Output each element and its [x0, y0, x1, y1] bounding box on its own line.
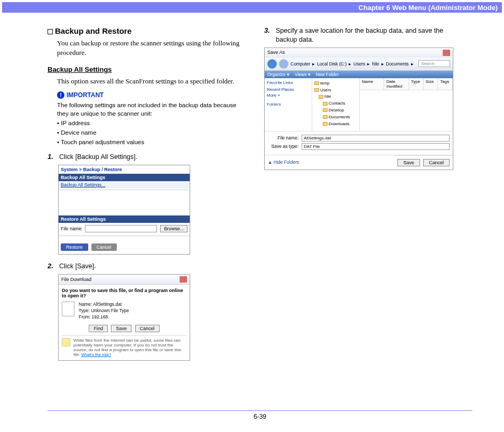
- folders-label[interactable]: Folders: [267, 102, 310, 107]
- savetype-row: Save as type: DAT File: [268, 143, 450, 150]
- important-bullet: • Touch panel adjustment values: [57, 138, 243, 146]
- sub-text: This option saves all the ScanFront sett…: [57, 77, 243, 86]
- screenshot-save-as: Save As Computer ▸ Local Disk (C:) ▸ Use…: [264, 48, 453, 170]
- new-folder-button[interactable]: New Folder: [316, 72, 339, 77]
- screenshot-backup-page: System > Backup / Restore Backup All Set…: [58, 165, 190, 255]
- tree-item[interactable]: Downloads: [314, 121, 357, 128]
- cancel-button[interactable]: Cancel: [423, 159, 450, 166]
- col-header[interactable]: Size: [424, 78, 438, 90]
- views-menu[interactable]: Views ▾: [295, 72, 311, 77]
- savetype-select[interactable]: DAT File: [302, 143, 450, 150]
- dialog-actions: Find Save Cancel: [62, 325, 186, 332]
- folder-icon: [323, 102, 328, 106]
- path-segment[interactable]: Computer: [291, 61, 310, 67]
- close-icon[interactable]: [443, 50, 450, 56]
- step-text: Click [Save].: [59, 262, 96, 271]
- path-segment[interactable]: Documents: [386, 61, 409, 67]
- file-meta: Name: AllSettings.dat Type: Unknown File…: [79, 302, 129, 321]
- path-segment[interactable]: Users: [353, 61, 365, 67]
- hide-folders-link[interactable]: ▲ Hide Folders: [265, 156, 302, 168]
- tree-item[interactable]: Contacts: [314, 100, 357, 107]
- important-intro: The following settings are not included …: [57, 101, 243, 118]
- path-segment[interactable]: hile: [372, 61, 379, 67]
- browse-button[interactable]: Browse...: [160, 225, 188, 232]
- forward-icon[interactable]: [279, 59, 288, 69]
- filename-row: File name: AllSettings.dat: [268, 135, 450, 142]
- important-text: The following settings are not included …: [57, 101, 243, 146]
- risk-link[interactable]: What's the risk?: [81, 352, 111, 357]
- important-bullet: • IP address: [57, 119, 243, 127]
- step-3: 3. Specify a save location for the backu…: [264, 26, 460, 44]
- address-bar: Computer ▸ Local Disk (C:) ▸ Users ▸ hil…: [265, 58, 453, 71]
- dialog-main: Favorite Links Recent Places More » Fold…: [265, 78, 453, 131]
- important-icon: !: [57, 91, 64, 99]
- breadcrumb: System > Backup / Restore: [59, 165, 190, 174]
- left-column: Backup and Restore You can backup or res…: [48, 26, 243, 368]
- important-label-text: IMPORTANT: [67, 91, 104, 99]
- section-heading: Backup and Restore: [48, 26, 243, 35]
- tree-item[interactable]: Users: [314, 87, 357, 94]
- backup-link[interactable]: Backup All Settings...: [59, 181, 190, 189]
- button-row: Restore Cancel: [59, 240, 190, 254]
- back-icon[interactable]: [267, 59, 277, 69]
- save-button[interactable]: Save: [397, 159, 420, 166]
- chapter-header: Chapter 6 Web Menu (Administrator Mode): [2, 2, 502, 13]
- filename-row: File name Browse...: [59, 223, 190, 234]
- folder-icon: [323, 108, 328, 112]
- search-input[interactable]: Search: [418, 60, 450, 67]
- favorite-link[interactable]: Recent Places: [267, 87, 310, 92]
- folder-icon: [323, 122, 328, 126]
- page-content: Backup and Restore You can backup or res…: [48, 26, 472, 368]
- dialog-titlebar: File Download: [59, 275, 190, 285]
- find-button[interactable]: Find: [89, 325, 108, 332]
- save-fields: File name: AllSettings.dat Save as type:…: [265, 131, 453, 155]
- folder-icon: [314, 81, 319, 85]
- save-button[interactable]: Save: [111, 325, 132, 332]
- list-header: Name Date modified Type Size Tags: [360, 78, 453, 90]
- folder-icon: [323, 115, 328, 119]
- col-header[interactable]: Name: [360, 78, 384, 90]
- right-column: 3. Specify a save location for the backu…: [264, 26, 460, 368]
- folder-icon: [319, 95, 323, 99]
- filename-input[interactable]: [85, 225, 157, 232]
- filename-label: File name:: [268, 135, 298, 140]
- col-header[interactable]: Tags: [438, 78, 453, 90]
- cancel-button[interactable]: Cancel: [135, 325, 160, 332]
- path-segment[interactable]: Local Disk (C:): [317, 61, 347, 67]
- dialog-titlebar: Save As: [265, 48, 453, 58]
- dialog-footer: While files from the Internet can be use…: [62, 335, 186, 357]
- restore-button[interactable]: Restore: [61, 243, 88, 251]
- organize-menu[interactable]: Organize ▾: [267, 72, 290, 77]
- tree-item[interactable]: Documents: [314, 114, 357, 121]
- col-header[interactable]: Date modified: [384, 78, 408, 90]
- tree-item[interactable]: Desktop: [314, 107, 357, 114]
- chapter-title: Chapter 6 Web Menu (Administrator Mode): [359, 4, 498, 12]
- dialog-title: File Download: [61, 277, 91, 282]
- file-icon: [62, 302, 74, 316]
- sub-heading: Backup All Settings: [48, 65, 243, 73]
- folder-icon: [314, 88, 319, 92]
- dialog-question: Do you want to save this file, or find a…: [62, 288, 186, 298]
- col-header[interactable]: Type: [409, 78, 424, 90]
- dialog-title: Save As: [267, 50, 285, 56]
- folder-tree: temp Users hile Contacts Desktop Documen…: [312, 78, 360, 131]
- important-block: ! IMPORTANT The following settings are n…: [57, 91, 243, 146]
- screenshot-file-download: File Download Do you want to save this f…: [58, 274, 190, 361]
- filename-input[interactable]: AllSettings.dat: [302, 135, 450, 142]
- panel-header: Restore All Settings: [59, 215, 190, 223]
- page-number: 6-39: [254, 413, 266, 420]
- tree-item[interactable]: hile: [314, 93, 357, 100]
- bullet-square-icon: [48, 29, 53, 34]
- shield-icon: [62, 338, 70, 346]
- tree-item[interactable]: temp: [314, 80, 357, 87]
- toolbar: Organize ▾ Views ▾ New Folder: [265, 71, 453, 78]
- important-label: ! IMPORTANT: [57, 91, 243, 99]
- page-footer: 6-39: [48, 410, 472, 420]
- file-area: temp Users hile Contacts Desktop Documen…: [312, 78, 453, 131]
- step-1: 1. Click [Backup All Settings].: [48, 153, 243, 162]
- cancel-button[interactable]: Cancel: [91, 243, 117, 251]
- close-icon[interactable]: [180, 276, 187, 283]
- dialog-bottom: ▲ Hide Folders Save Cancel: [265, 155, 453, 170]
- favorites-title: Favorite Links: [267, 80, 310, 85]
- favorite-link[interactable]: More »: [267, 93, 310, 98]
